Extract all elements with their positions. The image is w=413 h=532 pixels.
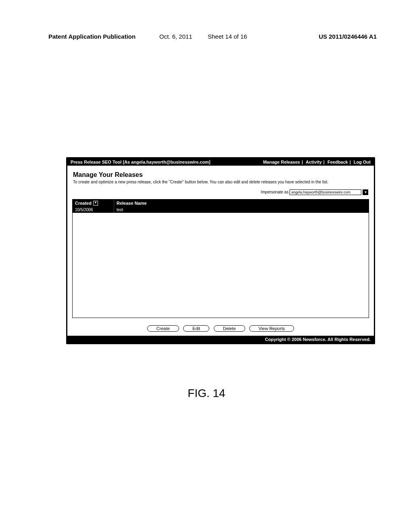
patent-page-header: Patent Application Publication Oct. 6, 2…: [48, 33, 377, 40]
publication-label: Patent Application Publication: [48, 33, 136, 40]
publication-date: Oct. 6, 2011: [159, 33, 192, 40]
nav-links: Manage Releases| Activity| Feedback| Log…: [263, 160, 371, 164]
sheet-number: Sheet 14 of 16: [208, 33, 247, 40]
impersonate-label: Impersonate as: [261, 190, 289, 194]
column-header-release-name[interactable]: Release Name: [114, 200, 369, 207]
cell-created: 10/5/2006: [73, 207, 114, 213]
action-button-row: Create Edit Delete View Reports: [67, 322, 374, 336]
impersonate-select[interactable]: angela.hayworth@businesswire.com: [290, 189, 361, 195]
nav-feedback[interactable]: Feedback: [327, 160, 348, 164]
table-empty-area: [73, 213, 369, 318]
section-description: To create and optimize a new press relea…: [73, 179, 368, 185]
view-reports-button[interactable]: View Reports: [249, 325, 294, 332]
releases-table: Created ▾ Release Name 10/5/2006 test: [72, 199, 369, 318]
edit-button[interactable]: Edit: [183, 325, 209, 332]
table-header-row: Created ▾ Release Name: [73, 200, 369, 207]
nav-activity[interactable]: Activity: [306, 160, 322, 164]
impersonate-row: Impersonate as angela.hayworth@businessw…: [73, 189, 368, 195]
top-nav-bar: Press Release SEO Tool [As angela.haywor…: [67, 158, 374, 166]
table-row[interactable]: 10/5/2006 test: [73, 207, 369, 213]
delete-button[interactable]: Delete: [214, 325, 245, 332]
app-title: Press Release SEO Tool [As angela.haywor…: [71, 160, 211, 164]
nav-manage-releases[interactable]: Manage Releases: [263, 160, 300, 164]
section-heading: Manage Your Releases: [73, 171, 368, 179]
nav-logout[interactable]: Log Out: [354, 160, 371, 164]
cell-release-name: test: [114, 207, 369, 213]
sort-icon[interactable]: ▾: [93, 201, 98, 206]
column-header-created[interactable]: Created ▾: [73, 200, 114, 207]
publication-number: US 2011/0246446 A1: [319, 33, 377, 40]
figure-label: FIG. 14: [0, 387, 413, 400]
column-header-created-label: Created: [75, 201, 92, 206]
app-window: Press Release SEO Tool [As angela.haywor…: [66, 157, 375, 344]
chevron-down-icon[interactable]: ▾: [363, 189, 368, 195]
copyright-footer: Copyright © 2006 Newsforce. All Rights R…: [67, 336, 374, 343]
create-button[interactable]: Create: [147, 325, 179, 332]
